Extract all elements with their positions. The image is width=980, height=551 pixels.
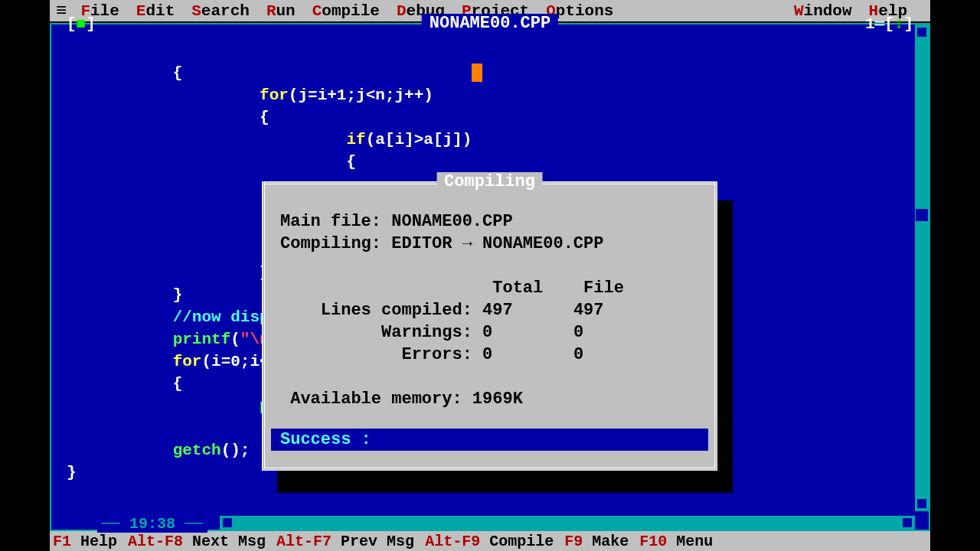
menu-edit[interactable]: Edit bbox=[136, 2, 175, 20]
dialog-status: Success : bbox=[271, 429, 708, 451]
horizontal-scrollbar[interactable] bbox=[220, 516, 915, 530]
window-number[interactable]: 1═[↕] bbox=[865, 15, 913, 33]
status-bar[interactable]: F1 Help Alt-F8 Next Msg Alt-F7 Prev Msg … bbox=[50, 531, 930, 551]
dialog-title: Compiling bbox=[436, 172, 543, 191]
cursor-position: ── 19:38 ── bbox=[97, 515, 207, 533]
editor-window[interactable]: [■] NONAME00.CPP 1═[↕] { for(j=i+1;j<n;j… bbox=[50, 23, 930, 531]
text-cursor bbox=[472, 64, 482, 82]
hotkey-menu[interactable]: F10 Menu bbox=[639, 533, 713, 550]
menu-window[interactable]: Window bbox=[794, 2, 852, 20]
menu-search[interactable]: Search bbox=[191, 2, 250, 20]
hotkey-make[interactable]: F9 Make bbox=[564, 533, 629, 550]
window-title: NONAME00.CPP bbox=[422, 14, 558, 33]
close-icon[interactable]: [■] bbox=[67, 15, 96, 33]
hotkey-prev-msg[interactable]: Alt-F7 Prev Msg bbox=[276, 533, 414, 550]
scrollbar-thumb[interactable] bbox=[915, 208, 929, 222]
hotkey-help[interactable]: F1 Help bbox=[53, 533, 117, 550]
system-menu-icon[interactable]: ≡ bbox=[56, 1, 67, 21]
compiling-dialog[interactable]: Compiling Main file: NONAME00.CPP Compil… bbox=[262, 181, 717, 471]
vertical-scrollbar[interactable] bbox=[915, 24, 929, 511]
hotkey-compile[interactable]: Alt-F9 Compile bbox=[425, 533, 554, 550]
menu-run[interactable]: Run bbox=[266, 2, 296, 20]
hotkey-next-msg[interactable]: Alt-F8 Next Msg bbox=[128, 533, 266, 550]
dialog-body: Main file: NONAME00.CPP Compiling: EDITO… bbox=[265, 184, 714, 410]
menu-compile[interactable]: Compile bbox=[312, 2, 380, 20]
